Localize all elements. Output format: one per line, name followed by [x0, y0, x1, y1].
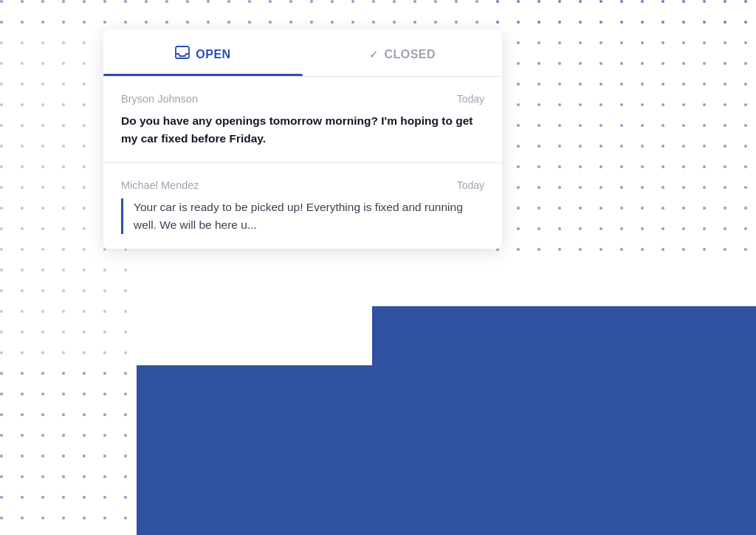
svg-rect-5	[133, 0, 487, 28]
tab-closed-label: CLOSED	[384, 48, 436, 61]
message-header-2: Michael Mendez Today	[121, 179, 484, 191]
message-item-1[interactable]: Bryson Johnson Today Do you have any ope…	[103, 77, 502, 163]
blue-background-rect-bottom	[372, 306, 756, 535]
tabs-container: OPEN ✓ CLOSED	[103, 30, 502, 77]
tab-open-label: OPEN	[196, 48, 230, 61]
blue-background-rect-side	[137, 365, 373, 535]
message-header-1: Bryson Johnson Today	[121, 93, 484, 105]
message-time-2: Today	[457, 179, 484, 191]
message-time-1: Today	[457, 93, 484, 105]
message-sender-1: Bryson Johnson	[121, 93, 198, 105]
svg-rect-4	[0, 369, 148, 535]
inbox-icon	[175, 46, 190, 63]
message-sender-2: Michael Mendez	[121, 179, 199, 191]
message-body-1: Do you have any openings tomorrow mornin…	[121, 112, 484, 148]
message-body-2: Your car is ready to be picked up! Every…	[121, 199, 484, 234]
messages-card: OPEN ✓ CLOSED Bryson Johnson Today Do yo…	[103, 30, 502, 249]
check-icon: ✓	[369, 49, 378, 61]
tab-open[interactable]: OPEN	[103, 30, 303, 76]
message-item-2[interactable]: Michael Mendez Today Your car is ready t…	[103, 163, 502, 249]
svg-rect-6	[487, 0, 756, 251]
tab-closed[interactable]: ✓ CLOSED	[303, 30, 502, 76]
